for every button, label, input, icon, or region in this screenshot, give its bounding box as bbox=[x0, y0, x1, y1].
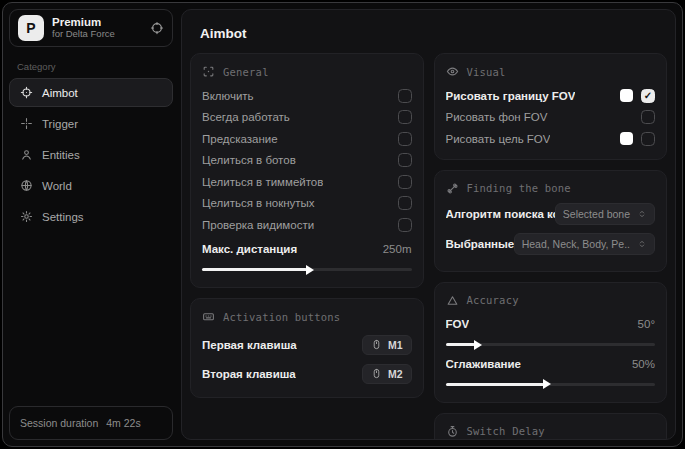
session-value: 4m 22s bbox=[106, 417, 140, 429]
entities-icon bbox=[20, 148, 33, 161]
visual-card: Visual Рисовать границу FOV Рисовать фон… bbox=[434, 53, 668, 160]
visual-header: Visual bbox=[446, 65, 656, 78]
color-swatch[interactable] bbox=[620, 89, 633, 102]
slider-label: Макс. дистанция bbox=[202, 243, 297, 255]
sidebar-item-entities[interactable]: Entities bbox=[9, 140, 173, 169]
toggle-label: Предсказание bbox=[202, 133, 278, 145]
crosshair-icon bbox=[20, 86, 33, 99]
dropdown-value: Selected bone bbox=[563, 208, 630, 220]
toggle-checkbox[interactable] bbox=[398, 153, 412, 167]
app-window: P Premium for Delta Force Category Aimbo… bbox=[2, 2, 683, 447]
section-title: Switch Delay bbox=[467, 425, 545, 437]
toggle-row: Проверка видимости bbox=[202, 214, 412, 236]
toggle-checkbox[interactable] bbox=[398, 196, 412, 210]
brand-logo: P bbox=[18, 15, 44, 41]
toggle-checkbox[interactable] bbox=[641, 110, 655, 124]
section-title: Visual bbox=[467, 66, 506, 78]
selected-bones-select[interactable]: Head, Neck, Body, Pe.. bbox=[514, 233, 655, 255]
toggle-label: Целиться в ботов bbox=[202, 154, 296, 166]
session-label: Session duration bbox=[20, 417, 98, 429]
bone-card: Finding the bone Алгоритм поиска кост Se… bbox=[434, 170, 668, 272]
keybind-row: Вторая клавиша M2 bbox=[202, 359, 412, 388]
toggle-row: Целиться в нокнутых bbox=[202, 193, 412, 215]
triangle-icon bbox=[446, 294, 459, 307]
toggle-label: Целиться в нокнутых bbox=[202, 197, 315, 209]
slider-label-row: FOV 50° bbox=[446, 314, 656, 336]
color-swatch[interactable] bbox=[620, 132, 633, 145]
timer-icon bbox=[446, 425, 459, 438]
keybind-label: Вторая клавиша bbox=[202, 368, 296, 380]
sidebar-item-settings[interactable]: Settings bbox=[9, 202, 173, 231]
sidebar-item-label: World bbox=[42, 180, 72, 192]
bone-algorithm-select[interactable]: Selected bone bbox=[555, 203, 655, 225]
section-title: Accuracy bbox=[467, 294, 519, 306]
switch-delay-card: Switch Delay Задержка переключения Задер… bbox=[434, 413, 668, 441]
toggle-checkbox[interactable] bbox=[398, 218, 412, 232]
scan-icon bbox=[202, 65, 215, 78]
toggle-label: Целиться в тиммейтов bbox=[202, 176, 323, 188]
visual-label: Рисовать границу FOV bbox=[446, 90, 576, 102]
keybind-row: Первая клавиша M1 bbox=[202, 330, 412, 359]
bone-row: Выбранные кос Head, Neck, Body, Pe.. bbox=[446, 232, 656, 256]
bone-row: Алгоритм поиска кост Selected bone bbox=[446, 202, 656, 226]
eye-icon bbox=[446, 65, 459, 78]
slider-fill bbox=[446, 383, 544, 386]
left-column: General Включить Всегда работать Предска… bbox=[190, 53, 424, 398]
accuracy-card: Accuracy FOV 50° Сглаживание 50% bbox=[434, 282, 668, 403]
bone-label: Алгоритм поиска кост bbox=[446, 208, 555, 220]
fov-slider[interactable] bbox=[446, 343, 656, 346]
slider-label-row: Макс. дистанция 250m bbox=[202, 239, 412, 261]
slider-label-row: Сглаживание 50% bbox=[446, 353, 656, 375]
toggle-checkbox[interactable] bbox=[641, 89, 655, 103]
max-distance-slider[interactable] bbox=[202, 268, 412, 271]
section-title: General bbox=[223, 66, 269, 78]
toggle-label: Всегда работать bbox=[202, 111, 290, 123]
sidebar-item-aimbot[interactable]: Aimbot bbox=[9, 78, 173, 107]
category-label: Category bbox=[17, 61, 165, 72]
slider-value: 50° bbox=[638, 318, 655, 330]
keyboard-icon bbox=[202, 310, 215, 323]
toggle-row: Включить bbox=[202, 85, 412, 107]
slider-value: 250m bbox=[383, 243, 412, 255]
visual-row: Рисовать границу FOV bbox=[446, 85, 656, 107]
toggle-row: Предсказание bbox=[202, 128, 412, 150]
keybind-button-1[interactable]: M1 bbox=[362, 335, 412, 355]
scope-icon[interactable] bbox=[150, 21, 164, 35]
chevron-updown-icon bbox=[637, 209, 647, 219]
toggle-checkbox[interactable] bbox=[398, 89, 412, 103]
dropdown-value: Head, Neck, Body, Pe.. bbox=[522, 238, 630, 250]
session-duration: Session duration 4m 22s bbox=[9, 406, 173, 440]
general-header: General bbox=[202, 65, 412, 78]
visual-row: Рисовать фон FOV bbox=[446, 107, 656, 129]
sidebar-item-trigger[interactable]: Trigger bbox=[9, 109, 173, 138]
slider-fill bbox=[446, 343, 475, 346]
keybind-button-2[interactable]: M2 bbox=[362, 364, 412, 384]
slider-label: FOV bbox=[446, 318, 470, 330]
toggle-checkbox[interactable] bbox=[398, 175, 412, 189]
keybind-key: M1 bbox=[388, 339, 403, 351]
sidebar-item-label: Aimbot bbox=[42, 87, 78, 99]
activation-card: Activation buttons Первая клавиша M1 Вто… bbox=[190, 298, 424, 398]
toggle-checkbox[interactable] bbox=[398, 132, 412, 146]
mouse-icon bbox=[371, 368, 382, 379]
toggle-checkbox[interactable] bbox=[641, 132, 655, 146]
main-panel: Aimbot General Включить bbox=[181, 9, 676, 440]
sidebar-item-label: Trigger bbox=[42, 118, 78, 130]
toggle-checkbox[interactable] bbox=[398, 110, 412, 124]
sidebar: P Premium for Delta Force Category Aimbo… bbox=[9, 9, 173, 440]
smoothing-slider[interactable] bbox=[446, 383, 656, 386]
visual-label: Рисовать фон FOV bbox=[446, 111, 548, 123]
toggle-row: Целиться в тиммейтов bbox=[202, 171, 412, 193]
section-title: Finding the bone bbox=[467, 182, 571, 194]
accuracy-header: Accuracy bbox=[446, 294, 656, 307]
sidebar-item-world[interactable]: World bbox=[9, 171, 173, 200]
bone-icon bbox=[446, 182, 459, 195]
right-column: Visual Рисовать границу FOV Рисовать фон… bbox=[434, 53, 668, 440]
section-title: Activation buttons bbox=[223, 311, 340, 323]
page-title: Aimbot bbox=[200, 26, 667, 41]
general-card: General Включить Всегда работать Предска… bbox=[190, 53, 424, 288]
trigger-icon bbox=[20, 117, 33, 130]
world-icon bbox=[20, 179, 33, 192]
visual-row: Рисовать цель FOV bbox=[446, 128, 656, 150]
bone-label: Выбранные кос bbox=[446, 238, 514, 250]
